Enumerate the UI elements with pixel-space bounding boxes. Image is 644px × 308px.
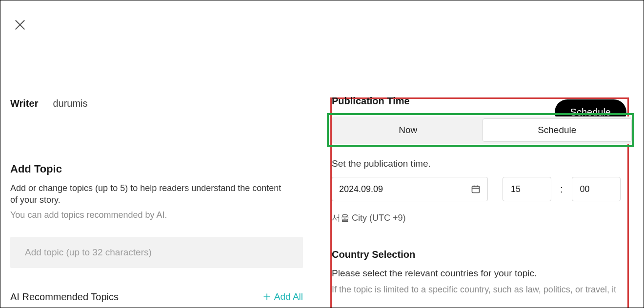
date-input[interactable]: 2024.09.09	[332, 177, 488, 201]
close-icon[interactable]	[10, 15, 30, 35]
timezone-label: 서울 City (UTC +9)	[332, 212, 634, 224]
time-separator: :	[560, 184, 563, 195]
add-topic-title: Add Topic	[10, 163, 312, 175]
add-topic-subtext: You can add topics recommended by AI.	[10, 210, 312, 220]
set-publication-label: Set the publication time.	[332, 158, 634, 169]
ai-recommended-title: AI Recommended Topics	[10, 291, 119, 303]
writer-name: durumis	[53, 98, 87, 109]
plus-icon	[262, 292, 271, 301]
writer-row: Writer durumis	[10, 98, 312, 109]
add-all-label: Add All	[274, 291, 303, 302]
calendar-icon	[471, 184, 481, 194]
publication-time-title: Publication Time	[332, 96, 634, 107]
country-selection-description: Please select the relevant countries for…	[332, 268, 634, 279]
svg-rect-4	[472, 186, 480, 192]
hours-input[interactable]: 15	[503, 177, 551, 201]
hours-value: 15	[511, 184, 521, 194]
toggle-schedule[interactable]: Schedule	[483, 118, 632, 142]
minutes-input[interactable]: 00	[572, 177, 621, 201]
add-all-button[interactable]: Add All	[262, 291, 303, 302]
toggle-now[interactable]: Now	[334, 118, 483, 142]
topic-input[interactable]	[10, 237, 303, 268]
minutes-value: 00	[580, 184, 590, 194]
country-selection-title: Country Selection	[332, 249, 634, 260]
country-selection-subtext: If the topic is limited to a specific co…	[332, 284, 634, 296]
add-topic-description: Add or change topics (up to 5) to help r…	[10, 182, 283, 206]
writer-label: Writer	[10, 98, 38, 109]
date-value: 2024.09.09	[339, 184, 383, 194]
publication-toggle: Now Schedule	[332, 116, 634, 144]
